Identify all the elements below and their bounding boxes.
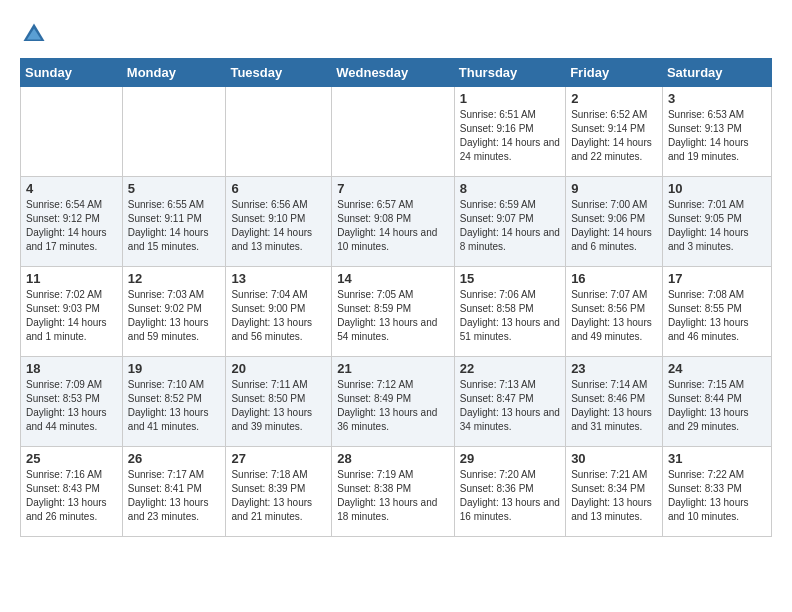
calendar-cell bbox=[21, 87, 123, 177]
cell-info-text: Sunrise: 6:51 AM Sunset: 9:16 PM Dayligh… bbox=[460, 108, 560, 164]
calendar-week-row: 11Sunrise: 7:02 AM Sunset: 9:03 PM Dayli… bbox=[21, 267, 772, 357]
calendar-cell: 9Sunrise: 7:00 AM Sunset: 9:06 PM Daylig… bbox=[566, 177, 663, 267]
calendar-cell: 13Sunrise: 7:04 AM Sunset: 9:00 PM Dayli… bbox=[226, 267, 332, 357]
calendar-cell: 14Sunrise: 7:05 AM Sunset: 8:59 PM Dayli… bbox=[332, 267, 455, 357]
cell-date-number: 5 bbox=[128, 181, 221, 196]
cell-date-number: 24 bbox=[668, 361, 766, 376]
cell-date-number: 23 bbox=[571, 361, 657, 376]
calendar-cell: 27Sunrise: 7:18 AM Sunset: 8:39 PM Dayli… bbox=[226, 447, 332, 537]
calendar-cell: 12Sunrise: 7:03 AM Sunset: 9:02 PM Dayli… bbox=[122, 267, 226, 357]
cell-info-text: Sunrise: 6:53 AM Sunset: 9:13 PM Dayligh… bbox=[668, 108, 766, 164]
calendar-cell: 31Sunrise: 7:22 AM Sunset: 8:33 PM Dayli… bbox=[662, 447, 771, 537]
cell-date-number: 8 bbox=[460, 181, 560, 196]
cell-info-text: Sunrise: 7:22 AM Sunset: 8:33 PM Dayligh… bbox=[668, 468, 766, 524]
calendar-header: SundayMondayTuesdayWednesdayThursdayFrid… bbox=[21, 59, 772, 87]
cell-info-text: Sunrise: 6:55 AM Sunset: 9:11 PM Dayligh… bbox=[128, 198, 221, 254]
cell-info-text: Sunrise: 7:21 AM Sunset: 8:34 PM Dayligh… bbox=[571, 468, 657, 524]
cell-info-text: Sunrise: 7:18 AM Sunset: 8:39 PM Dayligh… bbox=[231, 468, 326, 524]
calendar-table: SundayMondayTuesdayWednesdayThursdayFrid… bbox=[20, 58, 772, 537]
calendar-cell: 8Sunrise: 6:59 AM Sunset: 9:07 PM Daylig… bbox=[454, 177, 565, 267]
calendar-cell bbox=[122, 87, 226, 177]
cell-date-number: 2 bbox=[571, 91, 657, 106]
cell-date-number: 11 bbox=[26, 271, 117, 286]
cell-info-text: Sunrise: 7:08 AM Sunset: 8:55 PM Dayligh… bbox=[668, 288, 766, 344]
cell-info-text: Sunrise: 6:59 AM Sunset: 9:07 PM Dayligh… bbox=[460, 198, 560, 254]
cell-info-text: Sunrise: 7:17 AM Sunset: 8:41 PM Dayligh… bbox=[128, 468, 221, 524]
calendar-cell: 29Sunrise: 7:20 AM Sunset: 8:36 PM Dayli… bbox=[454, 447, 565, 537]
header-row: SundayMondayTuesdayWednesdayThursdayFrid… bbox=[21, 59, 772, 87]
cell-date-number: 31 bbox=[668, 451, 766, 466]
header-day: Saturday bbox=[662, 59, 771, 87]
cell-info-text: Sunrise: 7:19 AM Sunset: 8:38 PM Dayligh… bbox=[337, 468, 449, 524]
cell-date-number: 10 bbox=[668, 181, 766, 196]
calendar-cell: 26Sunrise: 7:17 AM Sunset: 8:41 PM Dayli… bbox=[122, 447, 226, 537]
cell-date-number: 4 bbox=[26, 181, 117, 196]
cell-info-text: Sunrise: 7:02 AM Sunset: 9:03 PM Dayligh… bbox=[26, 288, 117, 344]
calendar-week-row: 1Sunrise: 6:51 AM Sunset: 9:16 PM Daylig… bbox=[21, 87, 772, 177]
calendar-cell: 21Sunrise: 7:12 AM Sunset: 8:49 PM Dayli… bbox=[332, 357, 455, 447]
calendar-cell: 16Sunrise: 7:07 AM Sunset: 8:56 PM Dayli… bbox=[566, 267, 663, 357]
cell-info-text: Sunrise: 6:56 AM Sunset: 9:10 PM Dayligh… bbox=[231, 198, 326, 254]
cell-info-text: Sunrise: 7:11 AM Sunset: 8:50 PM Dayligh… bbox=[231, 378, 326, 434]
cell-date-number: 30 bbox=[571, 451, 657, 466]
cell-date-number: 22 bbox=[460, 361, 560, 376]
cell-date-number: 29 bbox=[460, 451, 560, 466]
calendar-cell: 25Sunrise: 7:16 AM Sunset: 8:43 PM Dayli… bbox=[21, 447, 123, 537]
calendar-cell: 20Sunrise: 7:11 AM Sunset: 8:50 PM Dayli… bbox=[226, 357, 332, 447]
header-day: Friday bbox=[566, 59, 663, 87]
header-day: Tuesday bbox=[226, 59, 332, 87]
header-day: Sunday bbox=[21, 59, 123, 87]
calendar-cell: 19Sunrise: 7:10 AM Sunset: 8:52 PM Dayli… bbox=[122, 357, 226, 447]
cell-date-number: 18 bbox=[26, 361, 117, 376]
cell-date-number: 3 bbox=[668, 91, 766, 106]
logo bbox=[20, 20, 52, 48]
calendar-cell bbox=[332, 87, 455, 177]
cell-date-number: 19 bbox=[128, 361, 221, 376]
calendar-cell: 10Sunrise: 7:01 AM Sunset: 9:05 PM Dayli… bbox=[662, 177, 771, 267]
calendar-cell: 2Sunrise: 6:52 AM Sunset: 9:14 PM Daylig… bbox=[566, 87, 663, 177]
calendar-cell: 17Sunrise: 7:08 AM Sunset: 8:55 PM Dayli… bbox=[662, 267, 771, 357]
cell-info-text: Sunrise: 7:12 AM Sunset: 8:49 PM Dayligh… bbox=[337, 378, 449, 434]
cell-date-number: 26 bbox=[128, 451, 221, 466]
header-day: Wednesday bbox=[332, 59, 455, 87]
cell-info-text: Sunrise: 7:14 AM Sunset: 8:46 PM Dayligh… bbox=[571, 378, 657, 434]
logo-icon bbox=[20, 20, 48, 48]
cell-info-text: Sunrise: 7:09 AM Sunset: 8:53 PM Dayligh… bbox=[26, 378, 117, 434]
calendar-week-row: 25Sunrise: 7:16 AM Sunset: 8:43 PM Dayli… bbox=[21, 447, 772, 537]
cell-date-number: 1 bbox=[460, 91, 560, 106]
calendar-cell: 18Sunrise: 7:09 AM Sunset: 8:53 PM Dayli… bbox=[21, 357, 123, 447]
cell-date-number: 13 bbox=[231, 271, 326, 286]
cell-date-number: 6 bbox=[231, 181, 326, 196]
cell-date-number: 16 bbox=[571, 271, 657, 286]
cell-info-text: Sunrise: 7:06 AM Sunset: 8:58 PM Dayligh… bbox=[460, 288, 560, 344]
cell-info-text: Sunrise: 7:20 AM Sunset: 8:36 PM Dayligh… bbox=[460, 468, 560, 524]
cell-date-number: 27 bbox=[231, 451, 326, 466]
calendar-week-row: 4Sunrise: 6:54 AM Sunset: 9:12 PM Daylig… bbox=[21, 177, 772, 267]
calendar-cell bbox=[226, 87, 332, 177]
calendar-cell: 23Sunrise: 7:14 AM Sunset: 8:46 PM Dayli… bbox=[566, 357, 663, 447]
header-day: Thursday bbox=[454, 59, 565, 87]
cell-info-text: Sunrise: 6:52 AM Sunset: 9:14 PM Dayligh… bbox=[571, 108, 657, 164]
cell-date-number: 21 bbox=[337, 361, 449, 376]
calendar-week-row: 18Sunrise: 7:09 AM Sunset: 8:53 PM Dayli… bbox=[21, 357, 772, 447]
calendar-body: 1Sunrise: 6:51 AM Sunset: 9:16 PM Daylig… bbox=[21, 87, 772, 537]
cell-date-number: 28 bbox=[337, 451, 449, 466]
header-day: Monday bbox=[122, 59, 226, 87]
cell-info-text: Sunrise: 6:57 AM Sunset: 9:08 PM Dayligh… bbox=[337, 198, 449, 254]
cell-info-text: Sunrise: 7:07 AM Sunset: 8:56 PM Dayligh… bbox=[571, 288, 657, 344]
calendar-cell: 3Sunrise: 6:53 AM Sunset: 9:13 PM Daylig… bbox=[662, 87, 771, 177]
calendar-cell: 4Sunrise: 6:54 AM Sunset: 9:12 PM Daylig… bbox=[21, 177, 123, 267]
page-header bbox=[20, 20, 772, 48]
cell-date-number: 12 bbox=[128, 271, 221, 286]
cell-info-text: Sunrise: 7:13 AM Sunset: 8:47 PM Dayligh… bbox=[460, 378, 560, 434]
calendar-cell: 5Sunrise: 6:55 AM Sunset: 9:11 PM Daylig… bbox=[122, 177, 226, 267]
cell-info-text: Sunrise: 7:00 AM Sunset: 9:06 PM Dayligh… bbox=[571, 198, 657, 254]
cell-info-text: Sunrise: 7:05 AM Sunset: 8:59 PM Dayligh… bbox=[337, 288, 449, 344]
cell-date-number: 20 bbox=[231, 361, 326, 376]
calendar-cell: 28Sunrise: 7:19 AM Sunset: 8:38 PM Dayli… bbox=[332, 447, 455, 537]
cell-info-text: Sunrise: 7:16 AM Sunset: 8:43 PM Dayligh… bbox=[26, 468, 117, 524]
cell-date-number: 7 bbox=[337, 181, 449, 196]
calendar-cell: 11Sunrise: 7:02 AM Sunset: 9:03 PM Dayli… bbox=[21, 267, 123, 357]
cell-date-number: 25 bbox=[26, 451, 117, 466]
calendar-cell: 24Sunrise: 7:15 AM Sunset: 8:44 PM Dayli… bbox=[662, 357, 771, 447]
